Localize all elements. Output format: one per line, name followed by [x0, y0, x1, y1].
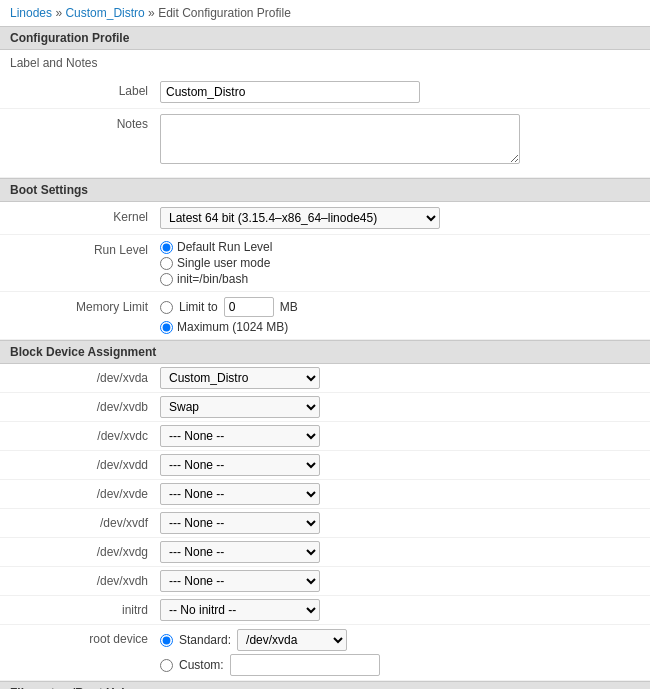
- section-header-fs-helpers: Filesystem/Boot Helpers: [0, 681, 650, 689]
- block-device-xvdf: /dev/xvdf Custom_Distro Swap --- None --: [0, 509, 650, 538]
- run-level-single[interactable]: Single user mode: [160, 256, 640, 270]
- label-input[interactable]: [160, 81, 420, 103]
- section-header-boot-settings: Boot Settings: [0, 178, 650, 202]
- notes-row: Notes: [0, 109, 650, 178]
- section-header-configuration-profile: Configuration Profile: [0, 26, 650, 50]
- root-device-control: Standard: /dev/xvda /dev/xvdb /dev/xvdc …: [160, 629, 640, 676]
- breadcrumb-linodes-link[interactable]: Linodes: [10, 6, 52, 20]
- block-device-xvdg: /dev/xvdg Custom_Distro Swap --- None --: [0, 538, 650, 567]
- block-device-xvdh-select[interactable]: Custom_Distro Swap --- None --: [160, 570, 320, 592]
- block-device-xvdd: /dev/xvdd Custom_Distro Swap --- None --: [0, 451, 650, 480]
- block-device-xvda: /dev/xvda Custom_Distro Swap --- None --: [0, 364, 650, 393]
- breadcrumb: Linodes » Custom_Distro » Edit Configura…: [0, 0, 650, 26]
- kernel-select[interactable]: Latest 64 bit (3.15.4–x86_64–linode45): [160, 207, 440, 229]
- memory-limit-row: Memory Limit Limit to MB Maximum (1024 M…: [0, 292, 650, 340]
- block-device-xvde-select[interactable]: Custom_Distro Swap --- None --: [160, 483, 320, 505]
- run-level-default-radio[interactable]: [160, 241, 173, 254]
- run-level-row: Run Level Default Run Level Single user …: [0, 235, 650, 292]
- block-device-xvdc: /dev/xvdc Custom_Distro Swap --- None --: [0, 422, 650, 451]
- block-device-xvda-select[interactable]: Custom_Distro Swap --- None --: [160, 367, 320, 389]
- memory-limit-input[interactable]: [224, 297, 274, 317]
- run-level-single-radio[interactable]: [160, 257, 173, 270]
- root-custom-row: Custom:: [160, 654, 640, 676]
- block-device-xvde: /dev/xvde Custom_Distro Swap --- None --: [0, 480, 650, 509]
- block-device-xvdb: /dev/xvdb Custom_Distro Swap --- None --: [0, 393, 650, 422]
- run-level-init[interactable]: init=/bin/bash: [160, 272, 640, 286]
- label-row: Label: [0, 76, 650, 109]
- block-device-xvdb-select[interactable]: Custom_Distro Swap --- None --: [160, 396, 320, 418]
- memory-max-radio[interactable]: [160, 321, 173, 334]
- block-device-xvdc-select[interactable]: Custom_Distro Swap --- None --: [160, 425, 320, 447]
- root-custom-radio[interactable]: [160, 659, 173, 672]
- memory-limit-inline: Limit to MB: [160, 297, 640, 317]
- memory-max-option[interactable]: Maximum (1024 MB): [160, 320, 640, 334]
- root-custom-input[interactable]: [230, 654, 380, 676]
- block-device-xvdd-select[interactable]: Custom_Distro Swap --- None --: [160, 454, 320, 476]
- notes-field-label: Notes: [10, 114, 160, 131]
- memory-limit-radio[interactable]: [160, 301, 173, 314]
- memory-limit-label: Memory Limit: [10, 297, 160, 314]
- memory-limit-control: Limit to MB Maximum (1024 MB): [160, 297, 640, 334]
- run-level-label: Run Level: [10, 240, 160, 257]
- run-level-default[interactable]: Default Run Level: [160, 240, 640, 254]
- block-device-xvdf-select[interactable]: Custom_Distro Swap --- None --: [160, 512, 320, 534]
- initrd-select[interactable]: -- No initrd --: [160, 599, 320, 621]
- label-field-label: Label: [10, 81, 160, 98]
- root-standard-select[interactable]: /dev/xvda /dev/xvdb /dev/xvdc: [237, 629, 347, 651]
- root-device-label: root device: [10, 629, 160, 646]
- notes-textarea[interactable]: [160, 114, 520, 164]
- label-and-notes-heading: Label and Notes: [0, 50, 650, 76]
- root-standard-row: Standard: /dev/xvda /dev/xvdb /dev/xvdc: [160, 629, 640, 651]
- root-standard-radio[interactable]: [160, 634, 173, 647]
- section-header-block-device: Block Device Assignment: [0, 340, 650, 364]
- run-level-init-radio[interactable]: [160, 273, 173, 286]
- notes-field-control: [160, 114, 640, 167]
- root-device-row: root device Standard: /dev/xvda /dev/xvd…: [0, 625, 650, 681]
- kernel-row: Kernel Latest 64 bit (3.15.4–x86_64–lino…: [0, 202, 650, 235]
- label-field-control: [160, 81, 640, 103]
- breadcrumb-page: Edit Configuration Profile: [158, 6, 291, 20]
- run-level-control: Default Run Level Single user mode init=…: [160, 240, 640, 286]
- initrd-row: initrd -- No initrd --: [0, 596, 650, 625]
- block-device-xvdh: /dev/xvdh Custom_Distro Swap --- None --: [0, 567, 650, 596]
- block-device-xvdg-select[interactable]: Custom_Distro Swap --- None --: [160, 541, 320, 563]
- breadcrumb-custom-distro-link[interactable]: Custom_Distro: [65, 6, 144, 20]
- kernel-label: Kernel: [10, 207, 160, 224]
- kernel-control: Latest 64 bit (3.15.4–x86_64–linode45): [160, 207, 640, 229]
